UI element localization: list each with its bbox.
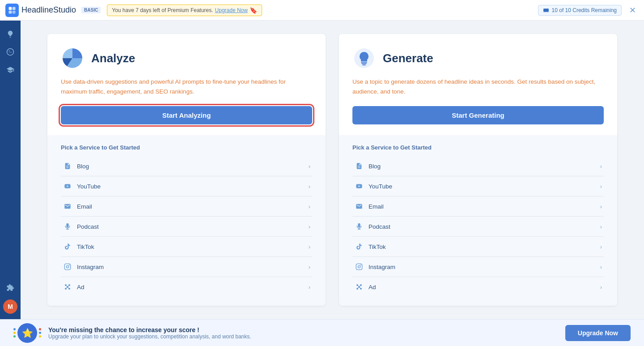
svg-rect-3	[13, 10, 16, 13]
service-item-tiktok[interactable]: TikTok ›	[352, 237, 604, 257]
youtube-service-icon	[63, 181, 72, 191]
svg-rect-2	[9, 10, 12, 13]
generate-services: Pick a Service to Get Started Blog › You…	[339, 135, 617, 306]
chevron-icon: ›	[600, 284, 602, 290]
chevron-icon: ›	[600, 264, 602, 270]
instagram-service-icon	[354, 262, 364, 272]
service-item-ad[interactable]: Ad ›	[61, 277, 312, 297]
sidebar-item-puzzle[interactable]	[2, 280, 18, 296]
chevron-icon: ›	[309, 284, 310, 290]
dot-green-1	[13, 335, 16, 337]
dot-red-1	[39, 328, 41, 330]
svg-rect-16	[361, 63, 367, 64]
svg-rect-17	[362, 64, 366, 65]
logo-studio: Studio	[53, 5, 76, 14]
service-item-blog[interactable]: Blog ›	[352, 156, 604, 176]
dots-right	[39, 328, 41, 337]
analyze-card-top: Analyze Use data-driven suggestions and …	[47, 34, 326, 135]
sidebar: M	[0, 21, 21, 319]
service-item-podcast[interactable]: Podcast ›	[61, 217, 312, 237]
blog-service-icon	[63, 161, 72, 171]
credits-badge: 10 of 10 Credits Remaining	[538, 5, 622, 16]
chevron-icon: ›	[600, 203, 602, 210]
service-item-instagram[interactable]: Instagram ›	[352, 257, 604, 277]
dots-left	[13, 328, 16, 337]
svg-rect-18	[356, 264, 362, 270]
start-analyzing-button[interactable]: Start Analyzing	[61, 106, 312, 124]
content-area: Analyze Use data-driven suggestions and …	[21, 21, 644, 319]
generate-card-header: Generate	[352, 47, 604, 70]
logo-text: HeadlineStudio	[21, 5, 76, 15]
dot-yellow-2	[39, 335, 41, 337]
svg-rect-1	[13, 7, 16, 10]
svg-point-6	[7, 49, 14, 56]
youtube-service-icon	[354, 181, 364, 191]
sidebar-item-bulb[interactable]	[2, 26, 18, 42]
instagram-service-name: Instagram	[369, 264, 600, 270]
service-item-email[interactable]: Email ›	[61, 196, 312, 217]
tiktok-service-name: TikTok	[77, 243, 309, 250]
service-item-tiktok[interactable]: TikTok ›	[61, 237, 312, 257]
sidebar-item-cookie[interactable]	[2, 44, 18, 60]
ad-service-icon	[354, 282, 364, 292]
analyze-title: Analyze	[91, 51, 135, 65]
sidebar-item-grad[interactable]	[2, 62, 18, 78]
analyze-desc: Use data-driven suggestions and powerful…	[61, 77, 312, 96]
service-item-instagram[interactable]: Instagram ›	[61, 257, 312, 277]
dot-yellow-1	[13, 332, 16, 334]
analyze-services-title: Pick a Service to Get Started	[61, 144, 312, 151]
avatar[interactable]: M	[3, 299, 17, 314]
premium-notice-text: You have 7 days left of Premium Features…	[112, 7, 213, 13]
svg-point-19	[358, 266, 360, 268]
svg-rect-11	[64, 264, 70, 270]
chevron-icon: ›	[600, 243, 602, 250]
generate-card-top: Generate Use a topic to generate dozens …	[339, 34, 617, 135]
tiktok-service-icon	[354, 242, 364, 252]
start-generating-button[interactable]: Start Generating	[352, 106, 604, 124]
star-icon: ⭐	[17, 323, 37, 343]
banner-text: You're missing the chance to increase yo…	[48, 326, 558, 340]
credits-text: 10 of 10 Credits Remaining	[552, 7, 617, 13]
email-service-name: Email	[77, 203, 309, 210]
cookie-icon	[6, 48, 14, 56]
service-item-ad[interactable]: Ad ›	[352, 277, 604, 297]
dot-blue-1	[13, 328, 16, 330]
tiktok-service-name: TikTok	[369, 243, 600, 250]
analyze-icon	[61, 47, 84, 70]
podcast-service-icon	[354, 222, 364, 231]
service-item-email[interactable]: Email ›	[352, 196, 604, 217]
service-item-youtube[interactable]: YouTube ›	[61, 176, 312, 196]
youtube-service-name: YouTube	[77, 183, 309, 190]
service-item-podcast[interactable]: Podcast ›	[352, 217, 604, 237]
main-layout: M Analyze	[0, 21, 644, 319]
svg-rect-0	[9, 7, 12, 10]
generate-services-list: Blog › YouTube › Email › Podcast › TikTo…	[352, 156, 604, 297]
logo-area: HeadlineStudio BASIC	[5, 4, 101, 17]
banner-star-area: ⭐	[13, 323, 41, 343]
upgrade-link[interactable]: Upgrade Now	[215, 7, 248, 13]
podcast-service-icon	[63, 222, 72, 231]
close-button[interactable]: ✕	[626, 4, 639, 17]
chevron-icon: ›	[309, 203, 310, 210]
dot-blue-2	[39, 332, 41, 334]
chevron-icon: ›	[309, 243, 310, 250]
graduation-icon	[6, 66, 14, 74]
bottom-banner: ⭐ You're missing the chance to increase …	[0, 319, 644, 346]
svg-point-13	[69, 265, 70, 266]
header: HeadlineStudio BASIC You have 7 days lef…	[0, 0, 644, 21]
service-item-youtube[interactable]: YouTube ›	[352, 176, 604, 196]
ad-service-name: Ad	[369, 284, 600, 290]
upgrade-now-button[interactable]: Upgrade Now	[565, 325, 631, 341]
email-service-icon	[354, 201, 364, 211]
svg-rect-15	[361, 62, 367, 63]
service-item-blog[interactable]: Blog ›	[61, 156, 312, 176]
instagram-service-name: Instagram	[77, 264, 309, 270]
generate-desc: Use a topic to generate dozens of headli…	[352, 77, 604, 96]
ad-service-name: Ad	[77, 284, 309, 290]
svg-rect-5	[543, 9, 549, 10]
analyze-services: Pick a Service to Get Started Blog › You…	[47, 135, 326, 306]
blog-service-icon	[354, 161, 364, 171]
logo-headline: Headline	[21, 5, 53, 14]
svg-point-7	[9, 51, 10, 51]
ad-service-icon	[63, 282, 72, 292]
